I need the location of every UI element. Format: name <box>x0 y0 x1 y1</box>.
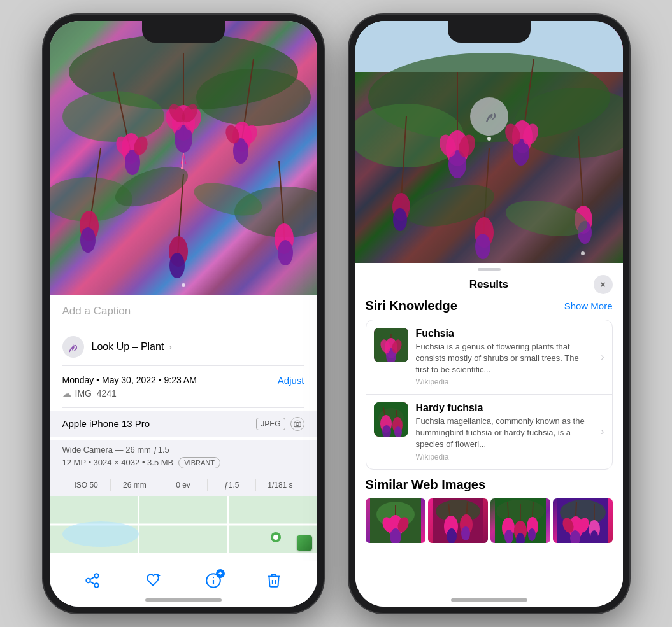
results-title: Results <box>469 278 508 291</box>
exif-shutter: 1/181 s <box>256 479 304 491</box>
caption-area[interactable]: Add a Caption <box>50 295 317 328</box>
share-button[interactable] <box>78 567 106 595</box>
svg-point-44 <box>62 521 139 547</box>
home-indicator-1 <box>145 598 222 602</box>
camera-icon-btn[interactable] <box>290 417 304 431</box>
web-images-row[interactable] <box>366 498 613 543</box>
lookup-icon <box>62 336 84 358</box>
hardy-name: Hardy fuchsia <box>416 402 594 414</box>
hardy-source: Wikipedia <box>416 453 594 461</box>
siri-knowledge-title: Siri Knowledge <box>366 299 457 313</box>
info-filename: ☁ IMG_4241 <box>62 388 304 398</box>
exif-focal: 26 mm <box>111 479 159 491</box>
lookup-subject: Plant <box>141 341 164 352</box>
web-images-title: Similar Web Images <box>366 477 613 492</box>
map-svg <box>50 496 317 553</box>
map-thumbnail[interactable] <box>50 496 317 553</box>
web-img-4 <box>553 498 613 543</box>
results-handle[interactable] <box>478 268 501 271</box>
heart-icon <box>145 572 161 589</box>
web-thumb-4[interactable] <box>553 498 613 543</box>
web-thumb-2[interactable] <box>428 498 488 543</box>
device-name: Apple iPhone 13 Pro <box>62 418 150 429</box>
results-body[interactable]: Siri Knowledge Show More <box>355 299 623 607</box>
hardy-thumb-img <box>374 402 408 437</box>
share-icon <box>84 572 101 589</box>
camera-spec-line: Wide Camera — 26 mm ƒ1.5 <box>62 445 304 454</box>
vibrant-badge: VIBRANT <box>178 457 220 468</box>
web-img-2 <box>428 498 488 543</box>
close-icon: × <box>600 279 605 290</box>
hardy-thumb <box>374 402 408 437</box>
photo-area-1[interactable] <box>50 21 317 295</box>
device-badges: JPEG <box>256 417 304 431</box>
fuchsia-name: Fuchsia <box>416 328 594 339</box>
filename-text: IMG_4241 <box>75 388 117 398</box>
phone1-content: Add a Caption Look Up – Plant › <box>50 21 317 607</box>
svg-point-2 <box>62 91 164 142</box>
fuchsia-thumb-img <box>374 328 408 362</box>
lookup-chevron: › <box>166 342 172 352</box>
web-img-1 <box>366 498 425 543</box>
svg-point-117 <box>528 528 536 541</box>
caption-placeholder[interactable]: Add a Caption <box>62 305 131 317</box>
web-thumb-3[interactable] <box>490 498 550 543</box>
exif-aperture: ƒ1.5 <box>208 479 256 491</box>
hardy-fuchsia-item[interactable]: Hardy fuchsia Fuchsia magellanica, commo… <box>366 395 612 469</box>
info-date-row: Monday • May 30, 2022 • 9:23 AM Adjust <box>62 375 304 386</box>
notch-1 <box>142 21 225 43</box>
show-more-button[interactable]: Show More <box>564 300 613 311</box>
divider-3 <box>62 407 304 408</box>
svg-point-3 <box>196 69 311 126</box>
web-img-3 <box>490 498 550 543</box>
notch-2 <box>448 21 531 43</box>
format-badge: JPEG <box>256 418 285 430</box>
svg-point-33 <box>169 253 185 278</box>
phone-2: Results × Siri Knowledge Show More <box>349 15 629 613</box>
hardy-text: Hardy fuchsia Fuchsia magellanica, commo… <box>416 402 594 461</box>
web-thumb-1[interactable] <box>366 498 425 543</box>
svg-point-68 <box>393 208 407 231</box>
svg-point-46 <box>273 535 278 540</box>
lookup-row[interactable]: Look Up – Plant › <box>50 328 317 365</box>
delete-button[interactable] <box>260 567 288 595</box>
web-images-section: Similar Web Images <box>366 477 613 543</box>
adjust-button[interactable]: Adjust <box>278 375 304 386</box>
svg-point-106 <box>461 526 470 540</box>
leaf-icon <box>67 341 80 353</box>
phone2-content: Results × Siri Knowledge Show More <box>355 21 623 607</box>
exif-ev: 0 ev <box>159 479 208 491</box>
fuchsia-desc: Fuchsia is a genus of flowering plants t… <box>416 341 594 376</box>
fuchsia-chevron: › <box>601 351 604 363</box>
exif-row: ISO 50 26 mm 0 ev ƒ1.5 <box>62 474 304 491</box>
photo-area-2[interactable] <box>355 21 623 263</box>
lookup-text: Look Up – <box>92 341 141 352</box>
fuchsia-item[interactable]: Fuchsia Fuchsia is a genus of flowering … <box>366 320 612 395</box>
hardy-chevron: › <box>601 426 604 437</box>
knowledge-card: Fuchsia Fuchsia is a genus of flowering … <box>366 320 613 470</box>
flower-image-2 <box>355 21 623 263</box>
info-scroll-1[interactable]: Add a Caption Look Up – Plant › <box>50 295 317 607</box>
page-dot-1 <box>182 283 185 287</box>
photo-date: Monday • May 30, 2022 • 9:23 AM <box>62 375 197 385</box>
flower-image-1 <box>50 21 317 295</box>
flower-svg-2 <box>355 21 623 263</box>
phone-1-screen: Add a Caption Look Up – Plant › <box>50 21 317 607</box>
leaf-siri-icon <box>479 106 499 127</box>
svg-point-111 <box>504 530 513 543</box>
svg-point-27 <box>80 227 96 253</box>
fuchsia-thumb <box>374 328 408 362</box>
favorite-button[interactable] <box>139 567 167 595</box>
svg-point-103 <box>447 528 457 543</box>
svg-point-74 <box>475 234 490 259</box>
phones-container: Add a Caption Look Up – Plant › <box>0 0 672 627</box>
fuchsia-text: Fuchsia Fuchsia is a genus of flowering … <box>416 328 594 387</box>
phone-2-screen: Results × Siri Knowledge Show More <box>355 21 623 607</box>
info-button[interactable]: ✦ <box>199 567 227 595</box>
svg-point-38 <box>296 422 299 425</box>
results-close-button[interactable]: × <box>594 275 613 294</box>
results-header: Results × <box>355 273 623 299</box>
fuchsia-source: Wikipedia <box>416 377 594 386</box>
page-dot-2 <box>581 251 585 255</box>
flower-svg-1 <box>50 21 317 295</box>
